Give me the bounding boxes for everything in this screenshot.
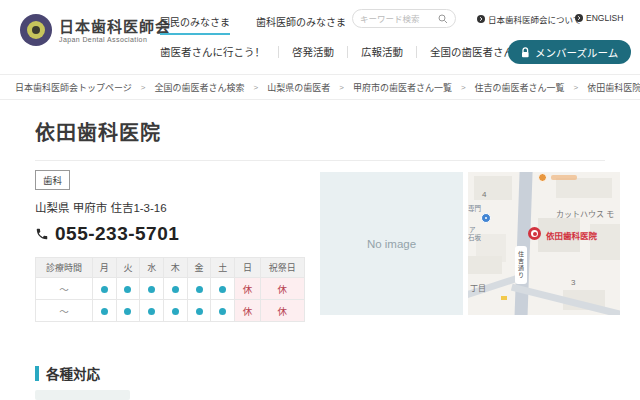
nav-item-citizens[interactable]: 国民のみなさま [160,14,230,35]
page: 日本歯科医師会 Japan Dental Association 国民のみなさま… [0,0,640,400]
schedule-open-cell [116,278,140,300]
jda-emblem-icon [20,14,52,46]
phone-icon [35,227,49,241]
breadcrumb: 日本歯科医師会トップページ > 全国の歯医者さん検索 > 山梨県の歯医者 > 甲… [0,74,640,100]
breadcrumb-current: 依田歯科医院 [587,81,640,94]
schedule-open-cell [140,300,164,322]
nav-item-go-to-dentist[interactable]: 歯医者さんに行こう！ [160,44,265,59]
breadcrumb-search[interactable]: 全国の歯医者さん検索 [155,81,245,94]
schedule-closed-cell: 休 [260,278,304,300]
schedule-day-header: 金 [187,258,211,278]
map-restaurant-poi-label [551,175,577,180]
logo-subtitle: Japan Dental Association [59,36,171,43]
schedule-day-header: 祝祭日 [260,258,304,278]
english-link-label: ENGLISH [586,13,623,23]
schedule-time-cell: 〜 [36,278,93,300]
schedule-open-cell [187,278,211,300]
circle-arrow-icon [477,15,485,23]
open-dot-icon [148,308,155,315]
phone-number: 055-233-5701 [55,223,179,245]
about-link-label: 日本歯科医師会について [488,13,581,25]
map[interactable]: 住吉通り 4 カットハウス モ 専門 ア 石坂 依田歯科医院 丁目 3 [468,172,620,315]
nav-bottom: 歯医者さんに行こう！ 啓発活動 広報活動 全国の歯医者さん検索 [160,44,535,59]
schedule-closed-cell: 休 [260,300,304,322]
section-title: 各種対応 [46,363,100,383]
open-dot-icon [124,286,131,293]
open-dot-icon [172,308,179,315]
schedule-closed-cell: 休 [235,278,261,300]
lock-icon [521,47,530,58]
schedule-open-cell [116,300,140,322]
map-label-chome: 丁目 [470,282,486,293]
breadcrumb-city[interactable]: 甲府市の歯医者さん一覧 [353,81,452,94]
english-link[interactable]: ENGLISH [575,13,623,23]
logo[interactable]: 日本歯科医師会 Japan Dental Association [20,14,171,46]
schedule-table: 診療時間 月 火 水 木 金 土 日 祝祭日 〜 休 休 [35,257,305,322]
logo-title: 日本歯科医師会 [59,18,171,36]
phone-row: 055-233-5701 [35,223,305,245]
open-dot-icon [124,308,131,315]
schedule-time-cell: 〜 [36,300,93,322]
page-title: 依田歯科医院 [35,117,161,146]
nav-item-dentists[interactable]: 歯科医師のみなさま [256,14,346,35]
no-image-label: No image [367,238,416,250]
open-dot-icon [196,308,203,315]
map-label-fragment: 石坂 [468,232,481,242]
header: 日本歯科医師会 Japan Dental Association 国民のみなさま… [0,0,640,72]
divider [347,46,348,58]
divider [35,160,605,161]
breadcrumb-separator: > [254,83,259,92]
category-badge: 歯科 [35,170,70,190]
schedule-day-header: 木 [164,258,188,278]
open-dot-icon [219,286,226,293]
schedule-open-cell [164,300,188,322]
schedule-day-header: 月 [92,258,116,278]
section-heading: 各種対応 [35,363,100,383]
open-dot-icon [219,308,226,315]
schedule-header-row: 診療時間 月 火 水 木 金 土 日 祝祭日 [36,258,305,278]
map-building [556,178,612,198]
open-dot-icon [101,308,108,315]
map-restaurant-poi-icon [538,173,547,182]
map-block-number: 3 [571,278,575,287]
schedule-day-header: 火 [116,258,140,278]
search-box [352,9,456,28]
nav-item-pr[interactable]: 広報活動 [361,44,403,59]
map-street-sign: 住吉通り [515,246,527,284]
open-dot-icon [196,286,203,293]
schedule-row: 〜 休 休 [36,278,305,300]
nav-item-awareness[interactable]: 啓発活動 [292,44,334,59]
schedule-time-header: 診療時間 [36,258,93,278]
map-label-fragment: 専門 [468,203,481,213]
open-dot-icon [101,286,108,293]
schedule-open-cell [92,300,116,322]
divider [278,46,279,58]
schedule-open-cell [211,278,235,300]
logo-text: 日本歯科医師会 Japan Dental Association [59,18,171,43]
schedule-row: 〜 休 休 [36,300,305,322]
schedule-day-header: 日 [235,258,261,278]
breadcrumb-home[interactable]: 日本歯科医師会トップページ [15,81,132,94]
schedule-closed-cell: 休 [235,300,261,322]
clinic-info: 歯科 山梨県 甲府市 住吉1-3-16 055-233-5701 診療時間 月 … [35,170,305,322]
schedule-open-cell [92,278,116,300]
support-tag-cutoff [35,390,130,400]
map-shop-poi-icon [481,213,491,223]
clinic-address: 山梨県 甲府市 住吉1-3-16 [35,199,305,215]
about-link[interactable]: 日本歯科医師会について [477,13,581,25]
divider [416,46,417,58]
map-clinic-pin-icon[interactable] [528,227,541,240]
map-building [468,256,502,274]
clinic-photo-placeholder: No image [320,172,463,315]
schedule-open-cell [211,300,235,322]
breadcrumb-separator: > [574,83,579,92]
open-dot-icon [148,286,155,293]
search-icon[interactable] [438,14,448,24]
search-input[interactable] [360,14,434,24]
breadcrumb-district[interactable]: 住吉の歯医者さん一覧 [475,81,565,94]
breadcrumb-separator: > [141,83,146,92]
map-building [474,176,512,200]
breadcrumb-separator: > [461,83,466,92]
breadcrumb-prefecture[interactable]: 山梨県の歯医者 [267,81,330,94]
members-room-button[interactable]: メンバーズルーム [508,40,631,64]
